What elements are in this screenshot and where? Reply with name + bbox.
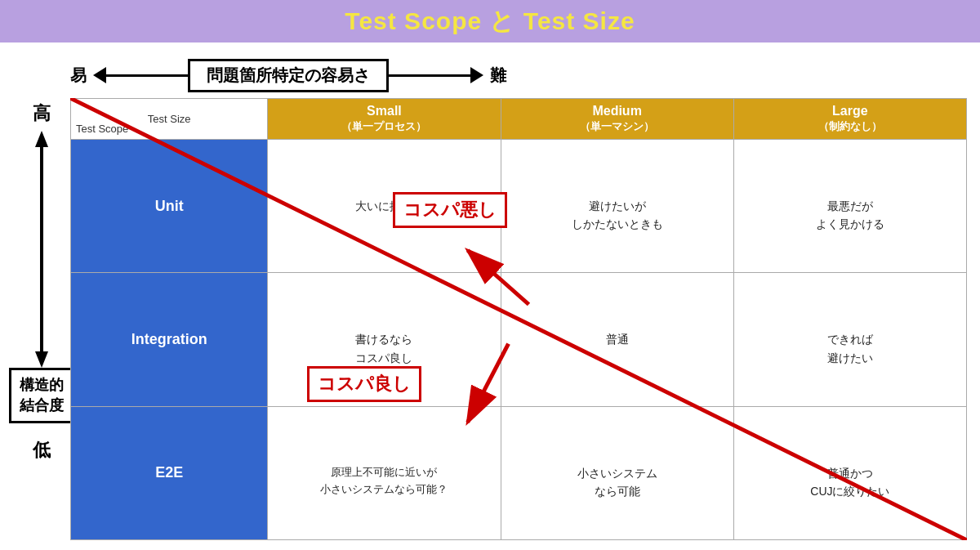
- arrow-right-icon: [470, 67, 483, 83]
- col-large-label: Large: [832, 104, 868, 118]
- svg-rect-1: [40, 145, 43, 353]
- col-header-large: Large （制約なし）: [733, 99, 966, 140]
- easy-label: 易: [70, 65, 87, 87]
- cell-integration-large: できれば避けたい: [733, 273, 966, 406]
- col-small-sublabel: （単一プロセス）: [341, 120, 426, 132]
- col-large-sublabel: （制約なし）: [818, 120, 882, 132]
- col-medium-sublabel: （単一マシン）: [580, 120, 654, 132]
- cell-e2e-medium-text: 小さいシステムなら可能: [577, 467, 657, 498]
- content-area: 高 構造的 結合度 低 易 問題箇所特定の容易さ 難: [0, 42, 980, 550]
- header-bar: Test Scope と Test Size: [0, 0, 980, 42]
- hard-label: 難: [490, 65, 506, 87]
- arrow-left-icon: [93, 67, 106, 83]
- cell-e2e-large: 普通かつCUJに絞りたい: [733, 406, 966, 539]
- cell-integration-medium: 普通: [501, 273, 733, 406]
- cell-unit-large: 最悪だがよく見かける: [733, 140, 966, 273]
- matrix-table: Test Size Test Scope Small （単一プロセス） Medi…: [70, 98, 967, 540]
- horiz-line-left: [106, 74, 188, 77]
- table-header-row: Test Size Test Scope Small （単一プロセス） Medi…: [71, 99, 967, 140]
- col-header-small: Small （単一プロセス）: [268, 99, 501, 140]
- table-row-integration: Integration 書けるならコスパ良し 普通 できれば避けたい: [71, 273, 967, 406]
- cell-unit-medium-text: 避けたいがしかたないときも: [572, 199, 663, 230]
- cell-unit-large-text: 最悪だがよく見かける: [816, 199, 884, 230]
- vertical-arrow-svg: [27, 131, 56, 368]
- corner-bottom-label: Test Scope: [76, 123, 128, 135]
- high-label: 高: [33, 101, 51, 126]
- low-label: 低: [33, 438, 51, 463]
- svg-marker-2: [35, 351, 48, 368]
- horizontal-arrow-wrapper: 易 問題箇所特定の容易さ 難: [70, 59, 967, 92]
- scope-e2e: E2E: [71, 406, 268, 539]
- matrix-table-wrapper: Test Size Test Scope Small （単一プロセス） Medi…: [70, 98, 967, 540]
- horizontal-axis-row: 易 問題箇所特定の容易さ 難: [70, 52, 967, 98]
- corner-top-label: Test Size: [148, 113, 191, 125]
- cell-integration-large-text: できれば避けたい: [827, 333, 873, 364]
- vertical-axis-label: 構造的 結合度: [9, 368, 74, 423]
- col-small-label: Small: [367, 104, 402, 118]
- corner-cell: Test Size Test Scope: [71, 99, 268, 140]
- horizontal-axis-label: 問題箇所特定の容易さ: [188, 59, 389, 92]
- scope-unit: Unit: [71, 140, 268, 273]
- table-row-e2e: E2E 原理上不可能に近いが小さいシステムなら可能？ 小さいシステムなら可能 普…: [71, 406, 967, 539]
- page-title: Test Scope と Test Size: [345, 5, 635, 38]
- annotation-good: コスパ良し: [307, 366, 421, 402]
- svg-marker-0: [35, 131, 48, 147]
- scope-integration: Integration: [71, 273, 268, 406]
- table-row-unit: Unit 大いに推奨 避けたいがしかたないときも 最悪だがよく見かける: [71, 140, 967, 273]
- cell-e2e-medium: 小さいシステムなら可能: [501, 406, 733, 539]
- horiz-line-right: [389, 74, 470, 77]
- cell-integration-medium-text: 普通: [606, 333, 629, 346]
- col-medium-label: Medium: [592, 104, 641, 118]
- cell-e2e-small: 原理上不可能に近いが小さいシステムなら可能？: [268, 406, 501, 539]
- annotation-bad: コスパ悪し: [393, 192, 507, 228]
- cell-integration-small-text: 書けるならコスパ良し: [355, 333, 412, 364]
- cell-unit-medium: 避けたいがしかたないときも: [501, 140, 733, 273]
- main-content: 易 問題箇所特定の容易さ 難: [70, 52, 967, 540]
- vertical-axis: 高 構造的 結合度 低: [13, 52, 70, 540]
- cell-e2e-small-text: 原理上不可能に近いが小さいシステムなら可能？: [320, 466, 448, 495]
- col-header-medium: Medium （単一マシン）: [501, 99, 733, 140]
- cell-e2e-large-text: 普通かつCUJに絞りたい: [810, 467, 889, 498]
